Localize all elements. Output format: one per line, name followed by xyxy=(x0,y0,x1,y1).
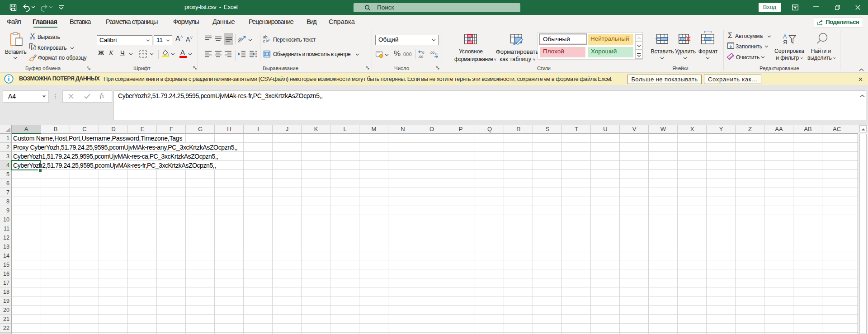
svg-text:0: 0 xyxy=(422,51,425,55)
svg-text:,00: ,00 xyxy=(418,55,424,59)
svg-text:,00: ,00 xyxy=(429,51,435,55)
svg-text:0: 0 xyxy=(435,52,438,56)
svg-text:Я: Я xyxy=(783,39,787,44)
svg-text:А: А xyxy=(783,33,787,40)
